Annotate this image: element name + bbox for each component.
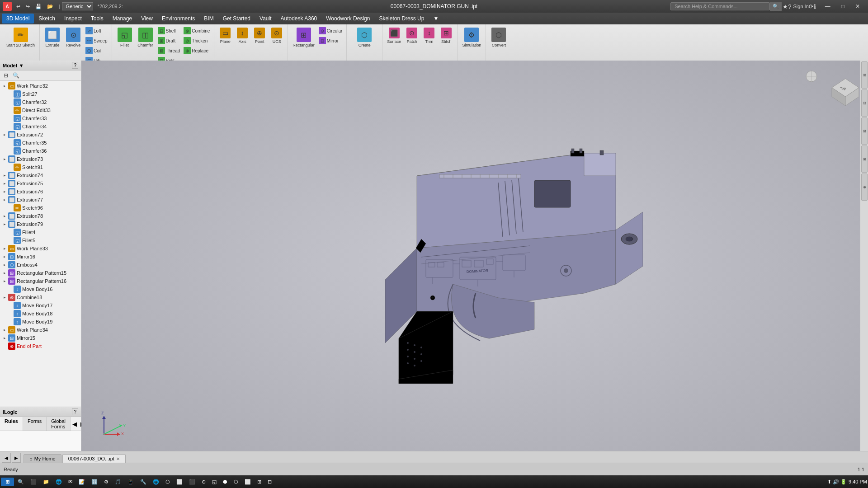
thicken-button[interactable]: ⊘Thicken xyxy=(182,36,211,45)
tree-item[interactable]: ▸ ⬜ Extrusion72 xyxy=(0,131,81,139)
menu-vault[interactable]: Vault xyxy=(255,14,276,23)
sweep-button[interactable]: 〰Sweep xyxy=(84,36,109,45)
menu-tools[interactable]: Tools xyxy=(86,14,108,23)
tab-my-home[interactable]: ⌂ My Home xyxy=(24,454,61,463)
taskbar-mail[interactable]: ✉ xyxy=(66,478,75,486)
start-2d-sketch-button[interactable]: ✏ Start 2D Sketch xyxy=(5,26,37,49)
tree-item[interactable]: ▸ ⊟ Mirror15 xyxy=(0,334,81,342)
taskbar-notepad[interactable]: 📝 xyxy=(76,478,88,486)
tree-item[interactable]: ▸ ⬜ Extrusion74 xyxy=(0,171,81,179)
taskbar-app13[interactable]: ⊟ xyxy=(265,478,274,486)
search-input[interactable] xyxy=(670,2,770,10)
tree-item[interactable]: ▸ ⬜ Extrusion73 xyxy=(0,155,81,163)
menu-environments[interactable]: Environments xyxy=(157,14,199,23)
tree-item[interactable]: ◱ Chamfer34 xyxy=(0,122,81,131)
replace-button[interactable]: ⊕Replace xyxy=(182,46,211,55)
undo-button[interactable]: ↩ xyxy=(14,3,22,10)
convert-button[interactable]: ⬡ Convert xyxy=(489,26,509,49)
ilogic-tab-rules[interactable]: Rules xyxy=(0,417,23,431)
model-dropdown-icon[interactable]: ▼ xyxy=(19,63,24,68)
menu-get-started[interactable]: Get Started xyxy=(218,14,255,23)
tree-item[interactable]: ▸ ▭ Work Plane32 xyxy=(0,82,81,90)
right-tab-1[interactable]: ⊟ xyxy=(861,61,868,89)
taskbar-app7[interactable]: ⊙ xyxy=(199,478,208,486)
menu-manage[interactable]: Manage xyxy=(108,14,137,23)
taskbar-app10[interactable]: ⬡ xyxy=(231,478,241,486)
open-button[interactable]: 📂 xyxy=(45,3,55,10)
taskbar-app11[interactable]: ⬜ xyxy=(242,478,254,486)
tree-item[interactable]: ▸ ▭ Work Plane33 xyxy=(0,244,81,253)
tree-item[interactable]: ▸ ⬡ Emboss4 xyxy=(0,261,81,269)
taskbar-app9[interactable]: ⬢ xyxy=(220,478,230,486)
tree-item[interactable]: ▸ ⬜ Extrusion77 xyxy=(0,196,81,204)
redo-button[interactable]: ↪ xyxy=(24,3,32,10)
nav-sphere[interactable] xyxy=(805,70,818,83)
save-button[interactable]: 💾 xyxy=(33,3,43,10)
star-icon[interactable]: ★ xyxy=(783,3,788,10)
tree-item[interactable]: ↕ Move Body16 xyxy=(0,285,81,293)
right-tab-2[interactable]: ⊡ xyxy=(861,89,868,117)
menu-3d-model[interactable]: 3D Model xyxy=(2,14,34,23)
menu-woodwork[interactable]: Woodwork Design xyxy=(321,14,374,23)
view-cube[interactable]: Top xyxy=(823,70,859,106)
tab-close-button[interactable]: ✕ xyxy=(116,456,120,461)
taskbar-app4[interactable]: ⬡ xyxy=(163,478,173,486)
tree-item[interactable]: ▸ ⊞ Rectangular Pattern16 xyxy=(0,277,81,285)
tree-item[interactable]: ◫ Split27 xyxy=(0,90,81,98)
taskbar-app6[interactable]: ⬛ xyxy=(186,478,198,486)
tree-item[interactable]: ◱ Chamfer32 xyxy=(0,98,81,106)
ilogic-tab-global-forms[interactable]: Global Forms xyxy=(47,417,71,431)
menu-more[interactable]: ▼ xyxy=(429,14,443,23)
tree-item[interactable]: ▸ ⊗ Combine18 xyxy=(0,293,81,301)
tree-item[interactable]: ↕ Move Body19 xyxy=(0,318,81,326)
fillet-button[interactable]: ◱ Fillet xyxy=(115,26,135,49)
menu-inspect[interactable]: Inspect xyxy=(60,14,86,23)
taskbar-search[interactable]: 🔍 xyxy=(15,478,27,486)
taskbar-browser[interactable]: 🌐 xyxy=(53,478,65,486)
plane-button[interactable]: ▭ Plane xyxy=(217,26,233,45)
menu-skeleton[interactable]: Skeleton Dress Up xyxy=(374,14,429,23)
ilogic-help-button[interactable]: ? xyxy=(72,408,78,415)
menu-bim[interactable]: BIM xyxy=(199,14,218,23)
start-button[interactable]: ⊞ xyxy=(1,478,14,486)
draft-button[interactable]: ⊞Draft xyxy=(156,36,182,45)
mirror-button[interactable]: ⊟Mirror xyxy=(317,36,344,45)
search-icon[interactable]: 🔍 xyxy=(770,2,782,11)
tree-item[interactable]: ▸ ⬜ Extrusion78 xyxy=(0,212,81,220)
right-tab-3[interactable]: ⊠ xyxy=(861,117,868,145)
ucs-button[interactable]: ⊙ UCS xyxy=(269,26,285,45)
create-freeform-button[interactable]: ⬡ Create xyxy=(354,26,374,49)
loft-button[interactable]: ↗Loft xyxy=(84,26,109,35)
taskbar-app5[interactable]: ⬜ xyxy=(174,478,185,486)
taskbar-task-view[interactable]: ⬛ xyxy=(28,478,39,486)
extrude-button[interactable]: ⬜ Extrude xyxy=(42,26,62,49)
menu-autodesk-a360[interactable]: Autodesk A360 xyxy=(276,14,322,23)
tab-active-file[interactable]: 00067-0003_DO...ipt ✕ xyxy=(62,454,126,463)
shell-button[interactable]: ⊟Shell xyxy=(156,26,182,35)
panel-help-button[interactable]: ? xyxy=(72,62,78,69)
help-icon[interactable]: ? xyxy=(788,3,791,10)
trim-button[interactable]: ↕ Trim xyxy=(421,26,437,45)
taskbar-app8[interactable]: ◱ xyxy=(209,478,219,486)
tree-item[interactable]: ◱ Fillet4 xyxy=(0,228,81,236)
tree-item[interactable]: ⊗ End of Part xyxy=(0,342,81,350)
ilogic-prev-button[interactable]: ◀ xyxy=(71,417,79,431)
taskbar-app1[interactable]: 📱 xyxy=(125,478,137,486)
taskbar-app12[interactable]: ⊞ xyxy=(255,478,264,486)
minimize-button[interactable]: — xyxy=(820,1,836,11)
surface-button[interactable]: ⬛ Surface xyxy=(385,26,403,45)
menu-view[interactable]: View xyxy=(137,14,157,23)
tree-item[interactable]: ↕ Move Body18 xyxy=(0,310,81,318)
circular-pattern-button[interactable]: ⊙Circular xyxy=(317,26,344,35)
tab-nav-prev[interactable]: ◀ xyxy=(2,453,11,463)
close-button[interactable]: ✕ xyxy=(850,1,865,11)
viewport[interactable]: DOMINATOR xyxy=(81,61,868,463)
rectangular-pattern-button[interactable]: ⊞ Rectangular xyxy=(291,26,316,49)
coil-button[interactable]: ⬡Coil xyxy=(84,46,109,55)
tree-item[interactable]: ◱ Chamfer35 xyxy=(0,139,81,147)
search-tree-button[interactable]: 🔍 xyxy=(11,71,21,80)
axis-button[interactable]: ↕ Axis xyxy=(234,26,250,45)
filter-button[interactable]: ⊟ xyxy=(2,71,10,80)
workspace-selector[interactable]: Generic xyxy=(62,2,93,10)
right-tab-4[interactable]: ⊞ xyxy=(861,145,868,173)
